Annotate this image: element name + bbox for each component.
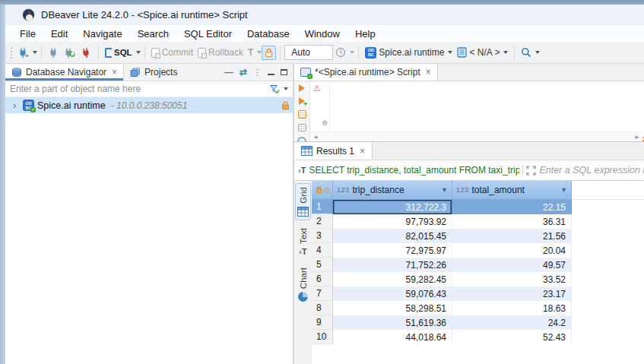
- connect-button[interactable]: [46, 46, 62, 60]
- row-number-cell[interactable]: 9: [312, 315, 333, 330]
- tree-expander-icon[interactable]: ›: [13, 100, 20, 111]
- minimize-view-icon[interactable]: [268, 69, 274, 75]
- results-view-switcher: Grid Text ‹ T Chart: [294, 181, 312, 364]
- execute-statement-button[interactable]: [299, 84, 305, 92]
- cell-trip-distance[interactable]: 82,015.45: [333, 229, 452, 243]
- cell-total-amount[interactable]: 21.56: [452, 229, 572, 243]
- maximize-view-icon[interactable]: [281, 69, 287, 75]
- menu-help[interactable]: Help: [347, 27, 383, 41]
- transaction-history-button[interactable]: [333, 46, 348, 59]
- tab-projects[interactable]: Projects: [124, 64, 183, 81]
- row-number-cell[interactable]: 6: [312, 272, 333, 286]
- active-connection-selector[interactable]: OD BC Spice.ai runtime: [363, 46, 455, 60]
- row-number-cell[interactable]: 1: [312, 200, 333, 214]
- column-header-total-amount[interactable]: 123 total_amount ▼: [452, 181, 572, 200]
- fold-collapse-icon[interactable]: ⊖: [322, 115, 328, 131]
- execute-new-tab-button[interactable]: [299, 97, 305, 105]
- cell-trip-distance[interactable]: 59,282.45: [333, 272, 452, 286]
- rollback-button[interactable]: Rollback: [195, 46, 246, 59]
- execute-script-button[interactable]: [298, 110, 306, 119]
- connection-lock-toggle[interactable]: [262, 46, 276, 60]
- cell-trip-distance[interactable]: 59,076.43: [333, 286, 452, 301]
- search-button[interactable]: [519, 46, 534, 59]
- scroll-left-icon[interactable]: ◄: [312, 134, 319, 141]
- grid-corner-cell[interactable]: [312, 181, 333, 200]
- menu-search[interactable]: Search: [130, 27, 176, 41]
- collapse-all-icon[interactable]: —: [224, 67, 233, 78]
- result-filter-input[interactable]: [539, 165, 644, 176]
- menu-sql-editor[interactable]: SQL Editor: [176, 27, 240, 41]
- cell-total-amount[interactable]: 20.04: [452, 243, 572, 258]
- row-number-cell[interactable]: 2: [312, 214, 333, 229]
- scroll-right-icon[interactable]: ►: [634, 134, 640, 141]
- main-toolbar: + SQL Commit Rollback T: [5, 42, 644, 64]
- commit-mode-combo[interactable]: Auto: [284, 45, 333, 60]
- filter-caret[interactable]: [284, 87, 288, 90]
- view-tab-grid[interactable]: Grid: [295, 183, 311, 220]
- tab-database-navigator[interactable]: Database Navigator ×: [5, 64, 124, 81]
- view-tab-text[interactable]: Text ‹ T: [297, 224, 310, 260]
- connection-tree-item[interactable]: › OD BC Spice.ai runtime - 10.0.0.238:50…: [5, 97, 293, 113]
- cell-total-amount[interactable]: 36.31: [452, 214, 572, 229]
- toolbar-separator: [280, 46, 281, 59]
- cell-total-amount[interactable]: 22.15: [452, 200, 572, 214]
- tab-results-1[interactable]: Results 1 ×: [294, 142, 373, 160]
- cell-total-amount[interactable]: 18.63: [452, 301, 572, 315]
- commit-button[interactable]: Commit: [149, 46, 195, 59]
- editor-horizontal-scrollbar[interactable]: ◄ ►: [310, 131, 642, 141]
- column-header-trip-distance[interactable]: 123 trip_distance ▼: [333, 181, 452, 200]
- close-icon[interactable]: ×: [360, 146, 365, 157]
- transaction-history-caret[interactable]: [350, 51, 354, 54]
- disconnect-button[interactable]: [78, 46, 94, 60]
- sort-caret-icon[interactable]: ▼: [560, 186, 567, 194]
- menu-edit[interactable]: Edit: [43, 27, 75, 41]
- new-connection-caret[interactable]: [33, 51, 37, 54]
- cell-trip-distance[interactable]: 72,975.97: [333, 243, 452, 258]
- transaction-log-button[interactable]: T: [246, 46, 255, 59]
- tab-script-editor[interactable]: *<Spice.ai runtime> Script ×: [294, 64, 438, 81]
- row-number-cell[interactable]: 3: [312, 229, 333, 243]
- row-filler: [572, 229, 644, 243]
- close-icon[interactable]: ×: [112, 67, 117, 78]
- cell-trip-distance[interactable]: 97,793.92: [333, 214, 452, 229]
- cell-total-amount[interactable]: 23.17: [452, 286, 572, 301]
- cell-total-amount[interactable]: 52.43: [452, 330, 572, 344]
- row-number-cell[interactable]: 5: [312, 258, 333, 272]
- link-with-editor-icon[interactable]: ⇄: [240, 67, 247, 78]
- table-row: 4 72,975.97 20.04: [312, 243, 644, 258]
- search-caret[interactable]: [535, 51, 540, 54]
- row-number-cell[interactable]: 10: [312, 330, 333, 344]
- editor-extra-icon[interactable]: [297, 137, 306, 141]
- view-tab-chart[interactable]: Chart: [296, 264, 310, 305]
- view-menu-icon[interactable]: ⋮: [253, 68, 262, 78]
- explain-plan-button[interactable]: [298, 124, 306, 132]
- cell-total-amount[interactable]: 49.57: [452, 258, 572, 272]
- cell-trip-distance[interactable]: 71,752.26: [333, 258, 452, 272]
- cell-total-amount[interactable]: 33.52: [452, 272, 572, 286]
- cell-trip-distance[interactable]: 51,619.36: [333, 315, 452, 330]
- filter-funnel-icon[interactable]: [269, 84, 280, 94]
- object-filter-input[interactable]: [10, 84, 269, 94]
- expand-filter-icon[interactable]: [526, 166, 536, 176]
- row-number-cell[interactable]: 4: [312, 243, 333, 258]
- row-number-cell[interactable]: 8: [312, 301, 333, 315]
- cell-trip-distance[interactable]: 312,722.3: [333, 200, 452, 214]
- reconnect-button[interactable]: [62, 46, 78, 60]
- close-icon[interactable]: ×: [426, 67, 431, 78]
- cell-total-amount[interactable]: 24.2: [452, 315, 572, 330]
- database-page-icon: [457, 47, 467, 58]
- sql-text-letter: T: [302, 247, 307, 256]
- menu-file[interactable]: File: [12, 27, 43, 41]
- row-number-cell[interactable]: 7: [312, 286, 333, 301]
- active-schema-selector[interactable]: < N/A >: [455, 46, 510, 59]
- menu-database[interactable]: Database: [240, 27, 297, 41]
- sort-caret-icon[interactable]: ▼: [441, 186, 448, 194]
- sql-editor-caret[interactable]: [136, 51, 141, 54]
- cell-trip-distance[interactable]: 44,018.64: [333, 330, 452, 344]
- menu-window[interactable]: Window: [297, 27, 347, 41]
- new-connection-button[interactable]: +: [15, 46, 31, 60]
- new-sql-editor-button[interactable]: SQL: [103, 46, 135, 59]
- menu-navigate[interactable]: Navigate: [75, 27, 129, 41]
- toolbar-separator: [514, 46, 515, 59]
- cell-trip-distance[interactable]: 58,298.51: [333, 301, 452, 315]
